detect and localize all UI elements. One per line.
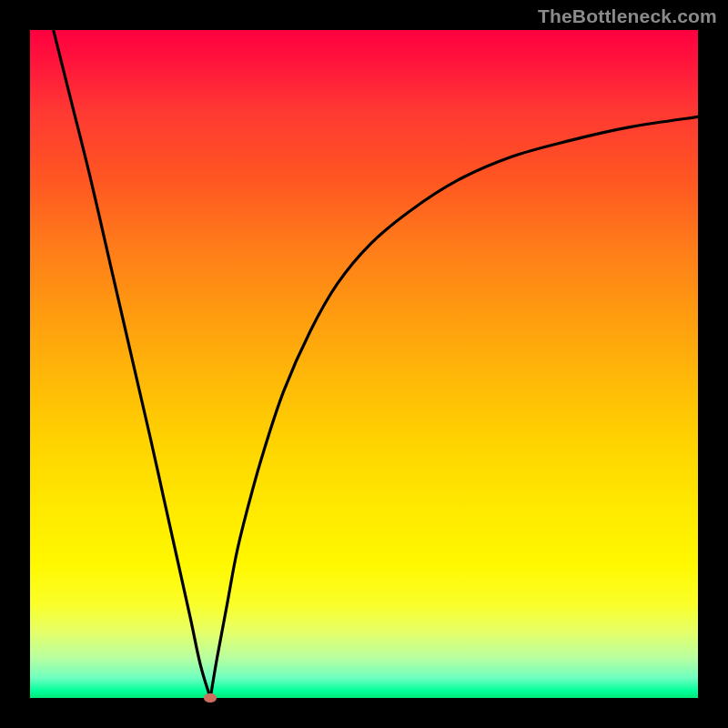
chart-frame: TheBottleneck.com: [0, 0, 728, 728]
minimum-marker: [204, 693, 217, 703]
curve-right-branch: [210, 116, 698, 698]
watermark-text: TheBottleneck.com: [538, 5, 717, 27]
curve-left-branch: [54, 30, 210, 698]
bottleneck-curve: [30, 30, 698, 698]
